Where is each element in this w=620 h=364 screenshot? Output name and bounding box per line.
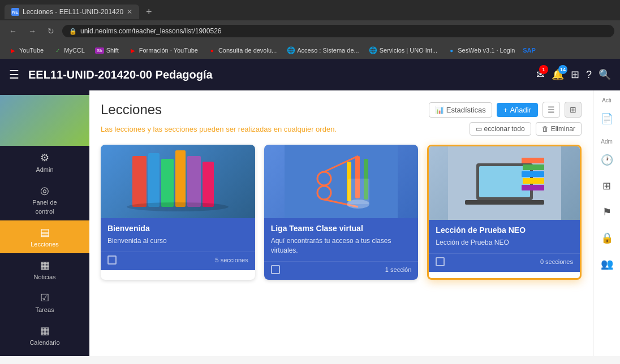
sidebar-item-panel[interactable]: ◎ Panel de control [0, 179, 89, 220]
card-image-leccion-prueba [429, 146, 580, 220]
sidebar-item-calendario[interactable]: ▦ Calendario [0, 319, 89, 352]
tab-close-btn[interactable]: ✕ [127, 8, 132, 16]
svg-rect-3 [175, 150, 186, 207]
check-icon: ✓ [54, 46, 62, 54]
bookmark-myccl[interactable]: ✓ MyCCL [49, 45, 89, 55]
new-tab-button[interactable]: + [141, 6, 157, 18]
back-button[interactable]: ← [6, 25, 20, 37]
right-panel-lock-icon[interactable]: 🔒 [593, 225, 620, 251]
svg-rect-24 [523, 178, 544, 184]
svg-rect-5 [203, 162, 214, 207]
sidebar-item-tareas[interactable]: ☑ Tareas [0, 286, 89, 319]
bell-badge: 14 [558, 65, 567, 74]
card-image-liga-teams [264, 145, 419, 218]
sap-icon: SAP [525, 46, 533, 54]
svg-rect-1 [148, 153, 160, 207]
card-title-bienvenida: Bienvenida [107, 224, 248, 233]
address-bar[interactable]: 🔒 unid.neolms.com/teacher_lessons/list/1… [62, 25, 614, 37]
sidebar-item-noticias[interactable]: ▦ Noticias [0, 253, 89, 286]
card-body-liga-teams: Liga Teams Clase virtual Aquí encontrará… [264, 218, 419, 261]
globe1-icon: 🌐 [287, 46, 295, 54]
panel-icon: ◎ [40, 184, 49, 197]
tab-favicon: NE [11, 8, 19, 16]
card-checkbox-liga-teams[interactable] [271, 265, 280, 274]
bookmark-sesweb-label: SesWeb v3.1 · Login [458, 47, 515, 54]
noticias-icon: ▦ [40, 259, 50, 271]
lesson-card-bienvenida[interactable]: Bienvenida Bienvenida al curso 5 seccion… [101, 145, 255, 280]
mail-icon-btn[interactable]: ✉ 1 [536, 68, 545, 81]
course-title: EEL11-UNID-201420-00 Pedagogía [28, 68, 536, 81]
sidebar-label-admin: Admin [36, 166, 53, 173]
bookmark-consulta[interactable]: ● Consulta de devolu... [204, 45, 281, 55]
add-button[interactable]: + Añadir [497, 103, 538, 117]
info-bar: Las lecciones y las secciones pueden ser… [101, 122, 582, 136]
sidebar-label-lecciones: Lecciones [31, 241, 59, 248]
bookmark-sesweb[interactable]: ● SesWeb v3.1 · Login [443, 45, 519, 55]
card-desc-bienvenida: Bienvenida al curso [107, 236, 248, 246]
card-desc-leccion-prueba: Lección de Prueba NEO [436, 238, 573, 248]
sidebar-item-admin[interactable]: ⚙ Admin [0, 146, 89, 179]
active-tab[interactable]: NE Lecciones - EEL11-UNID-201420 ✕ [5, 5, 139, 19]
svg-rect-7 [285, 145, 398, 218]
yt2-icon: ▶ [129, 46, 137, 54]
browser-chrome: NE Lecciones - EEL11-UNID-201420 ✕ + ← →… [0, 0, 620, 59]
right-panel-grid-icon[interactable]: ⊞ [593, 173, 620, 199]
card-sections-bienvenida: 5 secciones [216, 257, 248, 263]
sidebar-label-tareas: Tareas [35, 306, 54, 313]
bookmark-servicios-label: Servicios | UNO Int... [380, 47, 438, 54]
sidebar-item-lecciones[interactable]: ▤ Lecciones [0, 220, 89, 253]
card-title-liga-teams: Liga Teams Clase virtual [271, 224, 412, 233]
right-panel-flag-icon[interactable]: ⚑ [593, 199, 620, 225]
stats-button[interactable]: 📊 Estadísticas [429, 102, 492, 118]
page-header: Lecciones 📊 Estadísticas + Añadir ☰ ⊞ [101, 102, 582, 118]
reload-button[interactable]: ↻ [44, 25, 58, 37]
card-body-bienvenida: Bienvenida Bienvenida al curso [101, 218, 255, 252]
info-text: Las lecciones y las secciones pueden ser… [101, 125, 337, 133]
svg-rect-25 [522, 185, 544, 190]
right-panel-clock-icon[interactable]: 🕐 [593, 147, 620, 173]
forward-button[interactable]: → [25, 25, 40, 37]
hamburger-menu[interactable]: ☰ [9, 68, 19, 81]
bookmark-shift-label: Shift [106, 47, 119, 54]
lesson-card-leccion-prueba[interactable]: Lección de Prueba NEO Lección de Prueba … [427, 145, 582, 280]
lock-icon: 🔒 [69, 28, 77, 35]
grid-icon-btn[interactable]: ⊞ [571, 68, 579, 81]
grid-view-button[interactable]: ⊞ [565, 102, 582, 118]
bookmark-formacion-label: Formación · YouTube [139, 47, 198, 54]
lesson-card-liga-teams[interactable]: Liga Teams Clase virtual Aquí encontrará… [264, 145, 419, 280]
help-icon-btn[interactable]: ? [586, 69, 592, 81]
delete-button[interactable]: 🗑 Eliminar [536, 122, 582, 136]
right-panel: Acti 📄 Adm 🕐 ⊞ ⚑ 🔒 👥 [593, 90, 620, 356]
card-footer-liga-teams: 1 sección [264, 261, 419, 280]
bookmark-servicios[interactable]: 🌐 Servicios | UNO Int... [365, 45, 442, 55]
address-text: unid.neolms.com/teacher_lessons/list/190… [80, 27, 221, 35]
lessons-grid: Bienvenida Bienvenida al curso 5 seccion… [101, 145, 582, 280]
bookmark-myccl-label: MyCCL [64, 47, 85, 54]
calendario-icon: ▦ [40, 324, 50, 337]
right-panel-users-icon[interactable]: 👥 [593, 251, 620, 277]
select-all-button[interactable]: ▭ eccionar todo [470, 122, 531, 136]
bookmark-shift[interactable]: Sh Shift [91, 46, 123, 55]
bookmark-acceso[interactable]: 🌐 Acceso : Sistema de... [282, 45, 363, 55]
sidebar-label-panel: Panel de [32, 199, 57, 206]
mail-badge: 1 [539, 65, 548, 74]
bell-icon-btn[interactable]: 🔔 14 [552, 68, 564, 81]
search-icon-btn[interactable]: 🔍 [599, 68, 611, 81]
page-title: Lecciones [101, 102, 162, 118]
bookmark-formacion[interactable]: ▶ Formación · YouTube [124, 45, 203, 55]
bookmark-sa[interactable]: SAP [520, 45, 537, 55]
red-dot-icon: ● [208, 46, 216, 54]
bookmark-youtube[interactable]: ▶ YouTube [5, 45, 48, 55]
bookmark-consulta-label: Consulta de devolu... [218, 47, 277, 54]
list-view-button[interactable]: ☰ [542, 102, 560, 118]
gear-icon: ⚙ [40, 151, 49, 164]
tab-bar: NE Lecciones - EEL11-UNID-201420 ✕ + [0, 0, 620, 20]
card-checkbox-leccion-prueba[interactable] [436, 257, 445, 266]
card-desc-liga-teams: Aquí encontrarás tu acceso a tus clases … [271, 236, 412, 255]
sidebar-label-noticias: Noticias [33, 274, 55, 280]
card-checkbox-bienvenida[interactable] [107, 255, 117, 265]
svg-rect-23 [522, 171, 544, 177]
bookmark-youtube-label: YouTube [19, 47, 44, 54]
right-panel-doc-icon[interactable]: 📄 [593, 106, 620, 132]
card-sections-leccion-prueba: 0 secciones [540, 258, 573, 265]
